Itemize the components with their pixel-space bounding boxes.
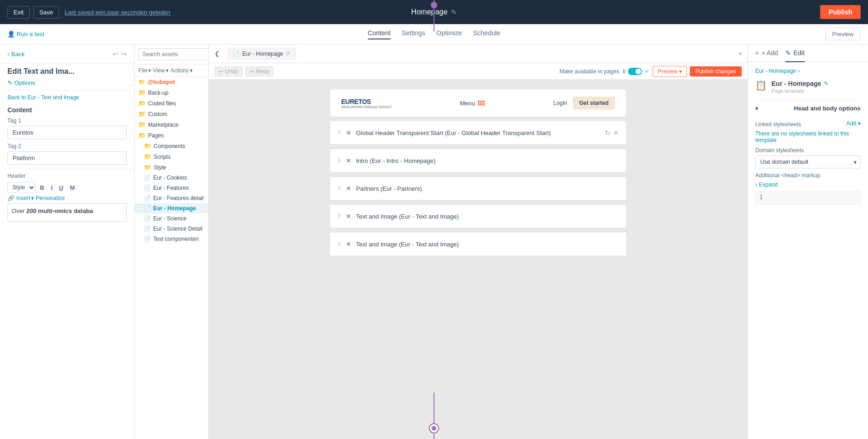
format-toolbar: Style B I U M bbox=[7, 182, 127, 193]
tab-schedule[interactable]: Schedule bbox=[473, 29, 500, 39]
underline-button[interactable]: U bbox=[57, 183, 65, 192]
exit-button[interactable]: Exit bbox=[7, 6, 30, 19]
folder-icon: 📁 bbox=[138, 132, 146, 139]
bold-button[interactable]: B bbox=[38, 183, 46, 192]
more-button[interactable]: M bbox=[67, 183, 77, 192]
preview-button[interactable]: Preview bbox=[825, 28, 861, 40]
tree-item-hubspot[interactable]: 📁 @hubspot bbox=[135, 77, 208, 87]
logo: EURETOS DATA-DRIVEN DISEASE INSIGHT bbox=[341, 98, 392, 109]
folder-icon: 📁 bbox=[138, 89, 146, 96]
publish-changes-button[interactable]: Publish changes bbox=[690, 66, 742, 77]
tab-settings[interactable]: Settings bbox=[402, 29, 425, 39]
delete-icon[interactable]: ✕ bbox=[613, 129, 619, 136]
redo-icon[interactable]: ↪ bbox=[121, 50, 127, 58]
save-button[interactable]: Save bbox=[33, 6, 59, 19]
refresh-icon[interactable]: ↻ bbox=[605, 129, 610, 136]
tree-item-custom[interactable]: 📁 Custom bbox=[135, 109, 208, 119]
canvas-collapse-icon[interactable]: ❮ bbox=[214, 50, 220, 57]
tree-item-eur-cookies[interactable]: 📄 Eur - Cookies bbox=[135, 173, 208, 183]
options-button[interactable]: ✎ Options bbox=[0, 77, 134, 90]
file-icon: 📄 bbox=[144, 174, 151, 181]
tree-item-eur-features[interactable]: 📄 Eur - Features bbox=[135, 183, 208, 193]
tag2-input[interactable] bbox=[7, 151, 127, 165]
search-assets-input[interactable] bbox=[138, 48, 209, 60]
back-button[interactable]: ‹ Back bbox=[7, 51, 25, 58]
search-assets-box: 🔍 bbox=[135, 45, 208, 65]
module-name-4: Text and Image (Eur - Text and Image) bbox=[356, 213, 619, 220]
chevron-down-icon: ▾ bbox=[679, 68, 682, 75]
style-select[interactable]: Style bbox=[7, 182, 36, 193]
tree-item-eur-homepage[interactable]: 📄 Eur - Homepage bbox=[135, 203, 208, 213]
tree-item-test-componenten[interactable]: 📄 Test componenten bbox=[135, 234, 208, 244]
tag1-input[interactable] bbox=[7, 126, 127, 139]
tab-add[interactable]: + + Add bbox=[755, 45, 778, 61]
last-saved-text: Last saved een paar seconden geleden bbox=[65, 9, 170, 16]
tree-item-eur-features-detail[interactable]: 📄 Eur - Features detail bbox=[135, 193, 208, 203]
insert-toolbar: 🔗 Insert ▾ Personalize bbox=[7, 195, 127, 201]
preview-header: EURETOS DATA-DRIVEN DISEASE INSIGHT Menu… bbox=[330, 89, 627, 117]
actions-menu-button[interactable]: Actions ▾ bbox=[170, 67, 192, 74]
tree-item-coded-files[interactable]: 📁 Coded files bbox=[135, 98, 208, 109]
chevron-down-icon: ▾ bbox=[755, 105, 758, 112]
tab-content[interactable]: Content bbox=[368, 29, 390, 39]
section-title: Head and body options bbox=[794, 105, 861, 112]
undo-icon: ↩ bbox=[219, 68, 223, 75]
module-block-4: ⠿ ✕ Text and Image (Eur - Text and Image… bbox=[330, 204, 627, 228]
make-available-toggle[interactable] bbox=[628, 68, 642, 75]
hubspot-folder-icon: 📁 bbox=[138, 79, 145, 85]
tree-item-pages[interactable]: 📁 Pages bbox=[135, 130, 208, 141]
drag-handle[interactable]: ⠿ bbox=[337, 130, 341, 136]
redo-button[interactable]: ↪ Redo bbox=[246, 66, 274, 77]
linked-stylesheets-header: Linked stylesheets Add ▾ bbox=[755, 117, 861, 129]
add-stylesheet-button[interactable]: Add ▾ bbox=[846, 120, 861, 127]
tree-item-eur-science[interactable]: 📄 Eur - Science bbox=[135, 213, 208, 224]
no-stylesheet-text: There are no stylesheets linked to this … bbox=[755, 130, 861, 143]
domain-select[interactable]: Use domain default bbox=[755, 155, 861, 168]
drag-handle[interactable]: ⠿ bbox=[337, 241, 341, 247]
preview-changes-button[interactable]: Preview ▾ bbox=[653, 66, 687, 77]
tree-item-components[interactable]: 📁 Components bbox=[135, 141, 208, 151]
more-tabs-icon[interactable]: ▾ bbox=[739, 51, 742, 57]
domain-stylesheets-label: Domain stylesheets bbox=[755, 147, 861, 154]
tab-edit[interactable]: ✎ Edit bbox=[785, 45, 804, 62]
undo-icon[interactable]: ↩ bbox=[113, 50, 118, 58]
drag-handle[interactable]: ⠿ bbox=[337, 158, 341, 164]
undo-button[interactable]: ↩ Undo bbox=[214, 66, 243, 77]
tree-item-style[interactable]: 📁 Style bbox=[135, 162, 208, 173]
tree-item-eur-science-detail[interactable]: 📄 Eur - Science Detail bbox=[135, 224, 208, 234]
module-icon: ✕ bbox=[346, 213, 351, 220]
get-started-button[interactable]: Get started bbox=[573, 97, 615, 110]
undo-redo-group: ↩ Undo ↪ Redo bbox=[214, 66, 273, 77]
nav-right: Login Get started bbox=[553, 97, 615, 110]
back-to-text-image-link[interactable]: Back to Eur - Text and Image bbox=[0, 90, 134, 103]
code-area[interactable]: 1 bbox=[755, 191, 861, 205]
header-text-area[interactable]: Over 200 multi-omics databa bbox=[7, 203, 127, 222]
head-body-options-section[interactable]: ▾ Head and body options bbox=[755, 100, 861, 115]
file-menu-button[interactable]: File ▾ bbox=[138, 67, 151, 74]
insert-button[interactable]: Insert ▾ bbox=[16, 195, 34, 201]
tree-item-scripts[interactable]: 📁 Scripts bbox=[135, 151, 208, 162]
tree-item-marketplace[interactable]: 📁 Marketplace bbox=[135, 119, 208, 130]
expand-button[interactable]: › Expand bbox=[755, 181, 861, 188]
link-icon[interactable]: 🔗 bbox=[7, 195, 14, 201]
tree-item-backup[interactable]: 📁 Back-up bbox=[135, 87, 208, 98]
file-icon: 📄 bbox=[144, 215, 151, 222]
module-block-2: ⠿ ✕ Intro (Eur - Intro - Homepage) bbox=[330, 148, 627, 173]
drag-handle[interactable]: ⠿ bbox=[337, 186, 341, 192]
italic-button[interactable]: I bbox=[48, 183, 55, 192]
breadcrumb[interactable]: Eur - Homepage › bbox=[755, 68, 861, 74]
right-panel: + + Add ✎ Edit Eur - Homepage › 📋 Eur - … bbox=[747, 45, 868, 439]
folder-icon: 📁 bbox=[138, 100, 146, 107]
tab-optimize[interactable]: Optimize bbox=[436, 29, 462, 39]
edit-page-icon[interactable]: ✎ bbox=[824, 80, 829, 87]
view-menu-button[interactable]: View ▾ bbox=[153, 67, 168, 74]
file-toolbar: File ▾ View ▾ Actions ▾ bbox=[135, 65, 208, 77]
publish-button[interactable]: Publish bbox=[820, 5, 861, 19]
edit-title-icon[interactable]: ✎ bbox=[451, 8, 457, 16]
personalize-button[interactable]: Personalize bbox=[36, 195, 65, 201]
redo-icon: ↪ bbox=[250, 68, 254, 75]
close-tab-icon[interactable]: ✕ bbox=[286, 51, 290, 57]
canvas-tab-eur-homepage[interactable]: 📄 Eur - Homepage ✕ bbox=[227, 48, 296, 60]
run-test-link[interactable]: 👤 Run a test bbox=[7, 31, 44, 38]
drag-handle[interactable]: ⠿ bbox=[337, 213, 341, 220]
